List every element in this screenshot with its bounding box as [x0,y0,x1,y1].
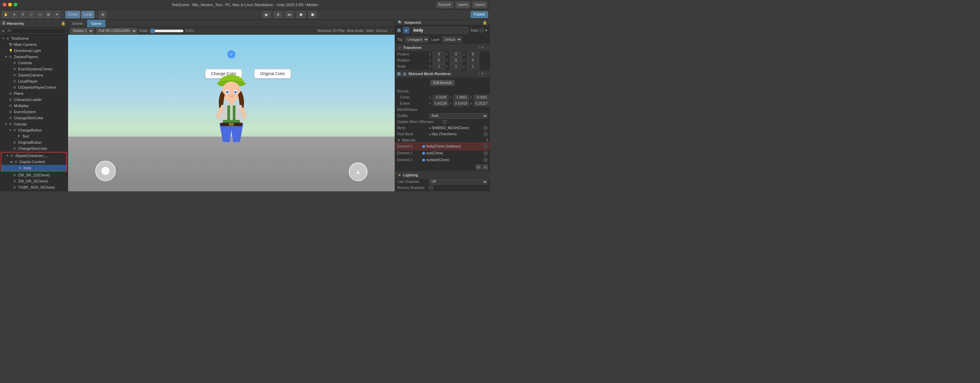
skinned-mesh-header[interactable]: ▤ Skinned Mesh Renderer ? ⚙ ⋮ [395,70,490,78]
grid-btn[interactable]: ⊞ [99,11,107,18]
scale-slider[interactable] [150,28,184,34]
hier-item-zepeto-players[interactable]: ▼ ⊙ ZepetoPlayers [0,54,68,60]
resolution-select[interactable]: Full HD (1920x1080) [96,28,137,34]
joystick-left[interactable] [95,161,116,181]
transform-tool[interactable]: ⊞ [45,11,52,18]
scene-viewport[interactable]: Change Color Original Color ✓ [68,35,395,192]
mesh-select-btn[interactable]: ◎ [483,126,488,130]
pos-x-input[interactable] [433,52,445,57]
rot-y-input[interactable] [450,58,462,63]
tag-select[interactable]: Untagged [404,36,429,43]
gizmos[interactable]: Gizmos [375,29,387,33]
help-icon[interactable]: ? [479,46,480,49]
hier-item-multiplay[interactable]: ⊙ Multiplay [0,103,68,109]
object-name-input[interactable] [412,27,468,34]
hier-item-change-skin-color2[interactable]: ⊙ ChangeSkinColor [0,146,68,152]
hier-item-zepeto-context[interactable]: ▶ ⊙ Zepeto Context [2,159,66,165]
static-dropdown[interactable]: ▼ [485,28,488,32]
hand-tool[interactable]: ✋ [2,11,10,18]
hier-item-text[interactable]: T Text [0,133,68,139]
hier-item-eventsystem-clone[interactable]: ⊙ EventSystem(Clone) [0,66,68,72]
hier-item-change-skin-color[interactable]: ⊙ ChangeSkinColor [0,115,68,121]
bone-select-btn[interactable]: ◎ [483,132,488,137]
static-checkbox[interactable] [480,28,484,32]
more-icon[interactable]: ⋮ [485,46,488,49]
center-btn[interactable]: Center [65,11,80,18]
settings-icon[interactable]: ⚙ [481,72,484,76]
layers-button[interactable]: Layers [455,2,470,8]
sc-z-input[interactable] [467,64,479,69]
materials-arrow[interactable]: ▼ [397,138,401,142]
hier-item-plane[interactable]: ⊙ Plane [0,90,68,97]
mute-audio[interactable]: Mute Audio [347,29,364,33]
local-btn[interactable]: Local [81,11,94,18]
options-icon[interactable]: ⋮ [65,37,68,40]
edit-bounds-button[interactable]: Edit Bounds [430,80,455,85]
sc-y-input[interactable] [450,64,462,69]
settings-icon[interactable]: ⚙ [481,46,484,49]
more-icon[interactable]: ⋮ [389,29,393,33]
maximize-btn[interactable] [14,3,18,6]
hier-item-original-button[interactable]: ⊙ OriginalButton [0,139,68,146]
rot-x-input[interactable] [433,58,445,63]
step-button[interactable]: ⏭ [285,11,294,18]
rotate-tool[interactable]: ↺ [19,11,27,18]
hier-item-body[interactable]: ⊙ body [2,165,66,171]
minimize-btn[interactable] [8,3,12,6]
hier-item-zepeto-camera[interactable]: ⊙ ZepetoCamera [0,72,68,78]
rect-tool[interactable]: ▭ [36,11,43,18]
hier-item-zepeto-character[interactable]: ▼ ⊙ ZepetoCharacter_... [2,153,66,159]
extent-z-input[interactable] [474,101,489,106]
lock-icon[interactable]: 🔒 [482,21,487,25]
hier-item-testscene[interactable]: ▼ ⊙ TestScene ⋮ [0,35,68,41]
account-button[interactable]: Account [436,2,453,8]
hier-item-directional-light[interactable]: 💡 Directional Light [0,47,68,54]
hier-item-main-camera[interactable]: 📷 Main Camera [0,41,68,47]
hier-item-canvas[interactable]: ▼ ⊙ Canvas [0,121,68,127]
more-icon[interactable]: ⋮ [485,72,488,76]
play-button[interactable]: ▶ [262,11,271,18]
rot-z-input[interactable] [467,58,479,63]
layer-select[interactable]: Default [442,36,462,43]
transform-header[interactable]: ⊹ Transform ? ⚙ ⋮ [395,44,490,51]
receive-shadows-checkbox[interactable] [429,186,433,190]
hier-item-zw-dr[interactable]: ⊙ ZW_DR_2(Clone) [0,178,68,184]
center-z-input[interactable] [474,95,489,100]
pause-button[interactable]: ⏸ [274,11,282,18]
search-input[interactable] [5,28,66,34]
element1-select-btn[interactable]: ◎ [483,151,488,156]
smr-enabled-checkbox[interactable] [397,72,401,76]
publish-button[interactable]: Publish [471,11,488,18]
layout-button[interactable]: Layout [472,2,487,8]
hier-item-controls[interactable]: ⊙ Controls [0,60,68,66]
center-y-input[interactable] [453,95,469,100]
add-material-btn[interactable]: + [476,165,481,170]
record-button[interactable]: ⏺ [297,11,305,18]
pos-y-input[interactable] [450,52,462,57]
hier-item-zw-sr[interactable]: ⊙ ZW_SR_12(Clone) [0,172,68,178]
scale-tool[interactable]: ⤢ [27,11,35,18]
display-select[interactable]: Display 1 [70,28,94,34]
hier-item-ui-zepeto[interactable]: ⊙ UIZepetoPlayerControl [0,84,68,90]
hier-item-character-loader[interactable]: ⊙ CharacterLoader [0,97,68,103]
extent-y-input[interactable] [453,101,469,106]
lighting-header[interactable]: ☀ Lighting [395,171,490,179]
help-icon[interactable]: ? [479,72,480,76]
hier-item-ygbp[interactable]: ⊙ YGBP_SOX_9(Clone) [0,184,68,190]
jump-button[interactable] [349,163,368,181]
hier-item-eventsystem[interactable]: ⊙ EventSystem [0,109,68,115]
element0-select-btn[interactable]: ◎ [483,144,488,149]
extent-x-input[interactable] [433,101,449,106]
tab-game[interactable]: Game [87,20,106,27]
update-offscreen-checkbox[interactable] [443,120,447,124]
quality-select[interactable]: Auto [429,113,488,119]
lock-icon[interactable]: 🔒 [61,21,66,25]
original-color-button[interactable]: Original Color [254,69,291,79]
element2-select-btn[interactable]: ◎ [483,158,488,163]
stats[interactable]: Stats [366,29,374,33]
pos-z-input[interactable] [467,52,479,57]
active-checkbox[interactable] [397,28,401,32]
hier-item-anime[interactable]: ⊙ ANIME_BASEMODEL_1(Clone) [0,190,68,192]
center-x-input[interactable] [433,95,449,100]
maximize-on-play[interactable]: Maximize On Play [318,29,345,33]
